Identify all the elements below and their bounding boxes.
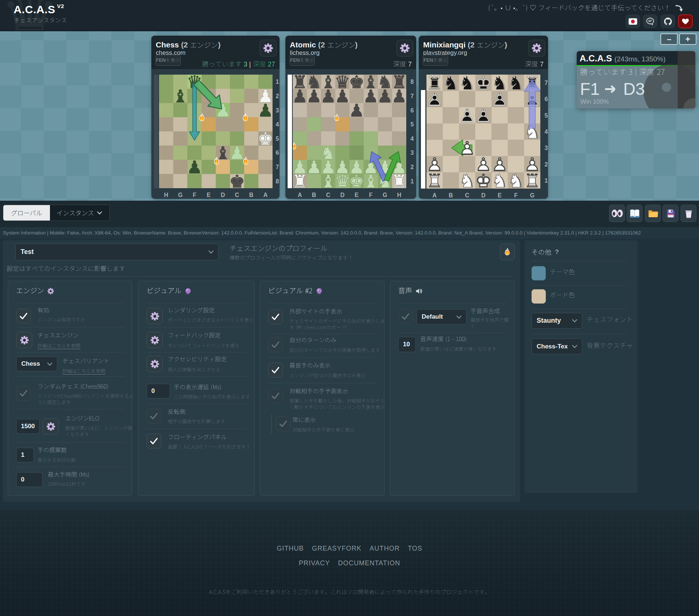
svg-text:4: 4	[276, 121, 279, 128]
svg-text:1: 1	[545, 178, 548, 184]
svg-text:5: 5	[276, 136, 279, 142]
svg-text:6: 6	[276, 150, 279, 156]
svg-text:2: 2	[545, 161, 548, 168]
svg-text:5: 5	[411, 121, 414, 128]
svg-text:7: 7	[545, 80, 548, 86]
svg-text:B: B	[249, 192, 253, 198]
svg-text:2: 2	[276, 93, 279, 99]
svg-text:8: 8	[276, 178, 279, 185]
svg-text:A: A	[263, 192, 268, 198]
svg-text:8: 8	[411, 79, 414, 85]
svg-text:4: 4	[411, 136, 414, 142]
svg-text:2: 2	[411, 164, 414, 170]
svg-text:H: H	[397, 192, 401, 198]
svg-text:5: 5	[545, 112, 548, 119]
svg-text:F: F	[369, 192, 373, 198]
svg-text:C: C	[465, 192, 469, 198]
svg-text:B: B	[312, 192, 316, 198]
svg-text:C: C	[326, 192, 331, 198]
svg-text:4: 4	[545, 129, 548, 135]
svg-text:B: B	[449, 192, 453, 198]
svg-text:F: F	[193, 192, 197, 198]
svg-text:E: E	[354, 192, 358, 198]
svg-text:D: D	[221, 192, 225, 198]
svg-text:A: A	[432, 192, 437, 198]
svg-text:3: 3	[276, 107, 279, 114]
svg-text:G: G	[383, 192, 387, 198]
svg-text:E: E	[498, 192, 502, 198]
svg-text:1: 1	[276, 79, 279, 85]
svg-text:G: G	[530, 192, 534, 198]
svg-text:G: G	[178, 192, 183, 198]
svg-text:1: 1	[411, 178, 414, 185]
svg-text:7: 7	[276, 164, 279, 170]
svg-text:6: 6	[545, 96, 548, 102]
svg-text:6: 6	[411, 107, 414, 114]
svg-text:C: C	[235, 192, 239, 198]
svg-text:A: A	[298, 192, 302, 198]
svg-text:E: E	[207, 192, 211, 198]
svg-text:3: 3	[411, 150, 414, 156]
svg-text:3: 3	[545, 145, 548, 151]
svg-text:F: F	[514, 192, 518, 198]
svg-text:D: D	[481, 192, 486, 198]
svg-text:D: D	[340, 192, 345, 198]
svg-text:7: 7	[411, 93, 414, 99]
svg-text:H: H	[164, 192, 169, 198]
